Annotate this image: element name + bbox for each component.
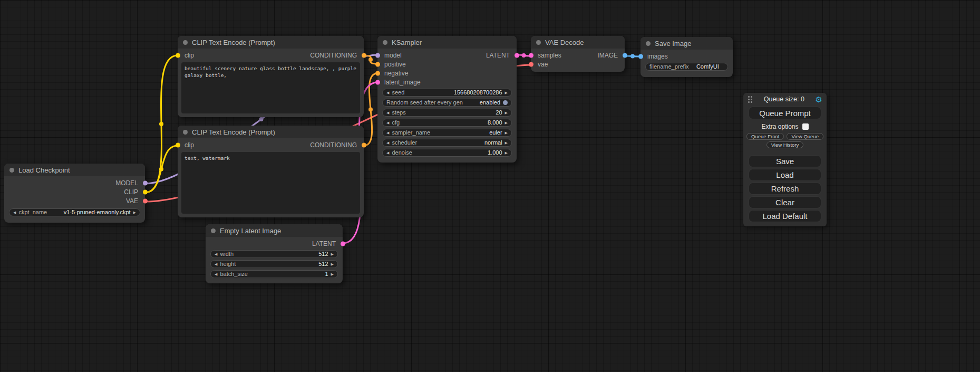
widget-value: 20 <box>496 110 502 116</box>
widget-value: 156680208700286 <box>454 90 502 96</box>
decrement-arrow-icon[interactable]: ◀ <box>215 272 217 276</box>
node-title: KSampler <box>392 39 422 46</box>
decrement-arrow-icon[interactable]: ◀ <box>386 151 389 155</box>
refresh-button[interactable]: Refresh <box>749 183 821 195</box>
samples-input-port[interactable] <box>529 53 533 58</box>
vae-output-port[interactable] <box>143 198 148 203</box>
node-clip-text-encode-negative[interactable]: CLIP Text Encode (Prompt) clip CONDITION… <box>178 126 364 217</box>
batch-size-widget[interactable]: ◀ batch_size 1 ▶ <box>210 270 338 278</box>
latent-image-input-port[interactable] <box>375 80 380 84</box>
node-collapse-dot-icon[interactable] <box>9 168 14 173</box>
node-title-bar[interactable]: Load Checkpoint <box>4 164 145 176</box>
conditioning-output-port[interactable] <box>362 53 366 58</box>
output-label: VAE <box>126 197 138 205</box>
vae-input-port[interactable] <box>529 62 533 66</box>
widget-value: euler <box>489 130 502 136</box>
link-midpoint-dot <box>159 167 163 171</box>
scheduler-widget[interactable]: ◀ scheduler normal ▶ <box>382 139 512 147</box>
increment-arrow-icon[interactable]: ▶ <box>505 151 508 155</box>
next-value-arrow-icon[interactable]: ▶ <box>133 211 136 214</box>
node-title-bar[interactable]: VAE Decode <box>531 36 625 49</box>
decrement-arrow-icon[interactable]: ◀ <box>386 111 389 115</box>
clear-button[interactable]: Clear <box>749 196 821 208</box>
save-button[interactable]: Save <box>749 155 821 167</box>
cfg-widget[interactable]: ◀ cfg 8.000 ▶ <box>382 119 512 127</box>
input-label: model <box>384 52 402 59</box>
output-slot-conditioning: CONDITIONING <box>310 51 364 60</box>
next-value-arrow-icon[interactable]: ▶ <box>505 131 508 135</box>
node-empty-latent-image[interactable]: Empty Latent Image LATENT ◀ width 512 ▶ … <box>206 224 343 283</box>
increment-arrow-icon[interactable]: ▶ <box>505 91 508 94</box>
decrement-arrow-icon[interactable]: ◀ <box>386 91 389 94</box>
view-history-button[interactable]: View History <box>766 141 804 148</box>
node-clip-text-encode-positive[interactable]: CLIP Text Encode (Prompt) clip CONDITION… <box>178 36 364 117</box>
increment-arrow-icon[interactable]: ▶ <box>331 272 334 276</box>
settings-gear-icon[interactable]: ⚙ <box>816 96 822 103</box>
node-title: CLIP Text Encode (Prompt) <box>192 128 275 136</box>
negative-input-port[interactable] <box>375 71 380 75</box>
random-seed-toggle-widget[interactable]: Random seed after every gen enabled <box>382 99 512 107</box>
queue-front-button[interactable]: Queue Front <box>746 133 784 140</box>
seed-widget[interactable]: ◀ seed 156680208700286 ▶ <box>382 89 512 97</box>
positive-input-port[interactable] <box>375 62 380 66</box>
decrement-arrow-icon[interactable]: ◀ <box>386 121 389 125</box>
node-title-bar[interactable]: Empty Latent Image <box>206 224 343 237</box>
node-title-bar[interactable]: CLIP Text Encode (Prompt) <box>178 126 364 138</box>
node-collapse-dot-icon[interactable] <box>383 40 387 45</box>
output-slot-clip: CLIP <box>124 187 145 196</box>
decrement-arrow-icon[interactable]: ◀ <box>215 262 217 266</box>
prev-value-arrow-icon[interactable]: ◀ <box>386 141 389 145</box>
node-collapse-dot-icon[interactable] <box>536 40 541 45</box>
conditioning-output-port[interactable] <box>362 142 366 147</box>
image-output-port[interactable] <box>623 53 627 58</box>
view-queue-button[interactable]: View Queue <box>787 133 823 140</box>
node-ksampler[interactable]: KSampler model LATENT positive negative … <box>377 36 517 163</box>
positive-prompt-textarea[interactable]: beautiful scenery nature glass bottle la… <box>181 62 360 113</box>
prev-value-arrow-icon[interactable]: ◀ <box>386 131 389 135</box>
increment-arrow-icon[interactable]: ▶ <box>331 262 334 266</box>
height-widget[interactable]: ◀ height 512 ▶ <box>210 260 338 268</box>
denoise-widget[interactable]: ◀ denoise 1.000 ▶ <box>382 149 512 157</box>
node-title-bar[interactable]: KSampler <box>377 36 517 49</box>
load-default-button[interactable]: Load Default <box>749 210 821 222</box>
node-collapse-dot-icon[interactable] <box>183 130 188 135</box>
decrement-arrow-icon[interactable]: ◀ <box>215 252 217 256</box>
load-button[interactable]: Load <box>749 169 821 181</box>
filename-prefix-widget[interactable]: filename_prefix ComfyUI <box>645 63 728 71</box>
images-input-port[interactable] <box>638 54 643 59</box>
input-slot-clip: clip <box>178 51 194 60</box>
node-collapse-dot-icon[interactable] <box>183 40 188 45</box>
model-input-port[interactable] <box>375 53 380 58</box>
node-collapse-dot-icon[interactable] <box>211 228 216 233</box>
widget-label: width <box>220 251 234 257</box>
increment-arrow-icon[interactable]: ▶ <box>505 111 508 115</box>
clip-output-port[interactable] <box>143 189 148 194</box>
prev-value-arrow-icon[interactable]: ◀ <box>13 211 16 214</box>
output-label: IMAGE <box>597 52 618 59</box>
negative-prompt-textarea[interactable]: text, watermark <box>181 152 360 214</box>
clip-input-port[interactable] <box>176 142 180 147</box>
comfy-menu-panel[interactable]: Queue size: 0 ⚙ Queue Prompt Extra optio… <box>743 93 827 226</box>
extra-options-checkbox[interactable] <box>802 123 809 130</box>
queue-prompt-button[interactable]: Queue Prompt <box>749 107 821 119</box>
clip-input-port[interactable] <box>176 53 180 58</box>
model-output-port[interactable] <box>143 180 148 185</box>
node-save-image[interactable]: Save Image images filename_prefix ComfyU… <box>641 37 733 77</box>
width-widget[interactable]: ◀ width 512 ▶ <box>210 250 338 258</box>
node-load-checkpoint[interactable]: Load Checkpoint MODEL CLIP VAE ◀ ckpt_na… <box>4 164 145 223</box>
steps-widget[interactable]: ◀ steps 20 ▶ <box>382 109 512 117</box>
ckpt-name-widget[interactable]: ◀ ckpt_name v1-5-pruned-emaonly.ckpt ▶ <box>9 208 140 216</box>
node-title-bar[interactable]: Save Image <box>641 37 733 50</box>
next-value-arrow-icon[interactable]: ▶ <box>505 141 508 145</box>
latent-output-port[interactable] <box>515 53 519 58</box>
toggle-indicator[interactable] <box>503 100 508 105</box>
increment-arrow-icon[interactable]: ▶ <box>505 121 508 125</box>
node-graph-canvas[interactable]: Load Checkpoint MODEL CLIP VAE ◀ ckpt_na… <box>0 0 980 372</box>
latent-output-port[interactable] <box>341 241 345 246</box>
node-vae-decode[interactable]: VAE Decode samples IMAGE vae <box>531 36 625 72</box>
drag-handle-icon[interactable] <box>748 96 753 103</box>
node-collapse-dot-icon[interactable] <box>646 41 651 46</box>
increment-arrow-icon[interactable]: ▶ <box>331 252 334 256</box>
sampler-name-widget[interactable]: ◀ sampler_name euler ▶ <box>382 129 512 137</box>
node-title-bar[interactable]: CLIP Text Encode (Prompt) <box>178 36 364 49</box>
